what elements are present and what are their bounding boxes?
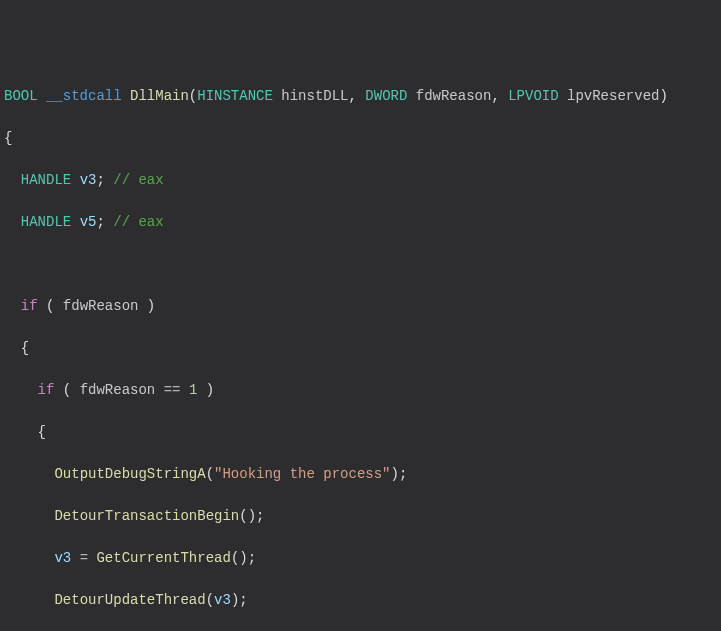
code-line: { [0, 128, 721, 149]
param-type: LPVOID [508, 88, 558, 104]
param-type: DWORD [365, 88, 407, 104]
var-type: HANDLE [21, 172, 71, 188]
keyword-if: if [21, 298, 38, 314]
code-line: OutputDebugStringA("Hooking the process"… [0, 464, 721, 485]
comment: // eax [113, 214, 163, 230]
param-name: fdwReason [416, 88, 492, 104]
func-call: DetourUpdateThread [54, 592, 205, 608]
comment: // eax [113, 172, 163, 188]
code-line [0, 254, 721, 275]
identifier: fdwReason [80, 382, 156, 398]
identifier: v3 [54, 550, 71, 566]
var-name: v5 [80, 214, 97, 230]
param-name: hinstDLL [281, 88, 348, 104]
param-name: lpvReserved [567, 88, 659, 104]
code-line: HANDLE v3; // eax [0, 170, 721, 191]
code-line: BOOL __stdcall DllMain(HINSTANCE hinstDL… [0, 86, 721, 107]
func-call: OutputDebugStringA [54, 466, 205, 482]
code-line: { [0, 338, 721, 359]
identifier: v3 [214, 592, 231, 608]
var-name: v3 [80, 172, 97, 188]
identifier: fdwReason [63, 298, 139, 314]
string-literal: "Hooking the process" [214, 466, 390, 482]
code-line: DetourUpdateThread(v3); [0, 590, 721, 611]
code-line: DetourTransactionBegin(); [0, 506, 721, 527]
code-line: { [0, 422, 721, 443]
code-line: if ( fdwReason ) [0, 296, 721, 317]
keyword-if: if [38, 382, 55, 398]
func-call: DetourTransactionBegin [54, 508, 239, 524]
operator: = [80, 550, 88, 566]
code-line: HANDLE v5; // eax [0, 212, 721, 233]
var-type: HANDLE [21, 214, 71, 230]
operator: == [164, 382, 181, 398]
param-type: HINSTANCE [197, 88, 273, 104]
func-call: GetCurrentThread [96, 550, 230, 566]
function-name: DllMain [130, 88, 189, 104]
calling-convention: __stdcall [46, 88, 122, 104]
code-line: v3 = GetCurrentThread(); [0, 548, 721, 569]
return-type: BOOL [4, 88, 38, 104]
code-line: if ( fdwReason == 1 ) [0, 380, 721, 401]
